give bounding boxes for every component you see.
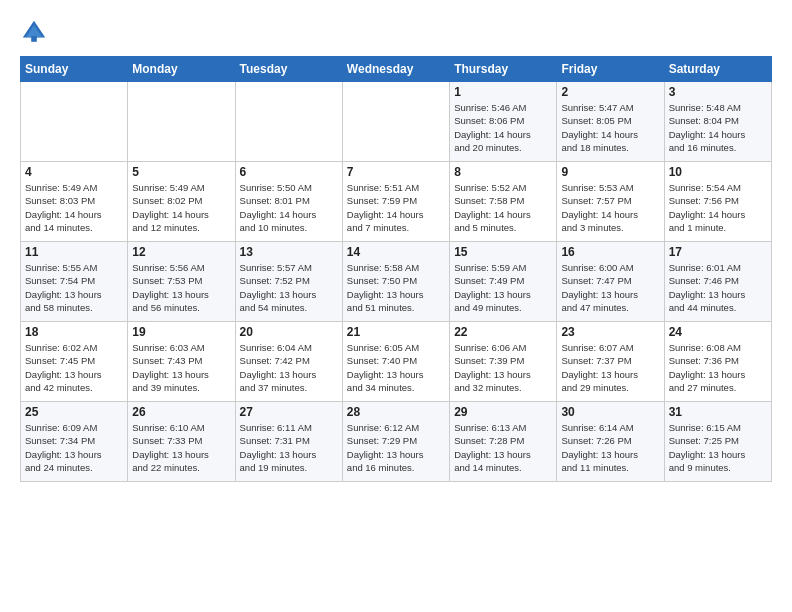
day-info: Sunrise: 5:50 AM Sunset: 8:01 PM Dayligh… (240, 181, 338, 234)
day-info: Sunrise: 5:55 AM Sunset: 7:54 PM Dayligh… (25, 261, 123, 314)
day-number: 19 (132, 325, 230, 339)
week-row-5: 25Sunrise: 6:09 AM Sunset: 7:34 PM Dayli… (21, 402, 772, 482)
day-number: 14 (347, 245, 445, 259)
weekday-header-monday: Monday (128, 57, 235, 82)
day-info: Sunrise: 6:11 AM Sunset: 7:31 PM Dayligh… (240, 421, 338, 474)
week-row-1: 1Sunrise: 5:46 AM Sunset: 8:06 PM Daylig… (21, 82, 772, 162)
calendar-cell: 21Sunrise: 6:05 AM Sunset: 7:40 PM Dayli… (342, 322, 449, 402)
week-row-2: 4Sunrise: 5:49 AM Sunset: 8:03 PM Daylig… (21, 162, 772, 242)
calendar-cell: 26Sunrise: 6:10 AM Sunset: 7:33 PM Dayli… (128, 402, 235, 482)
day-number: 17 (669, 245, 767, 259)
calendar-cell: 4Sunrise: 5:49 AM Sunset: 8:03 PM Daylig… (21, 162, 128, 242)
day-number: 23 (561, 325, 659, 339)
weekday-header-saturday: Saturday (664, 57, 771, 82)
calendar-cell (342, 82, 449, 162)
day-info: Sunrise: 6:12 AM Sunset: 7:29 PM Dayligh… (347, 421, 445, 474)
day-info: Sunrise: 5:58 AM Sunset: 7:50 PM Dayligh… (347, 261, 445, 314)
logo (20, 18, 50, 46)
day-info: Sunrise: 5:57 AM Sunset: 7:52 PM Dayligh… (240, 261, 338, 314)
day-number: 29 (454, 405, 552, 419)
day-info: Sunrise: 5:59 AM Sunset: 7:49 PM Dayligh… (454, 261, 552, 314)
day-info: Sunrise: 6:09 AM Sunset: 7:34 PM Dayligh… (25, 421, 123, 474)
day-number: 22 (454, 325, 552, 339)
header (20, 18, 772, 46)
day-number: 31 (669, 405, 767, 419)
calendar-cell: 30Sunrise: 6:14 AM Sunset: 7:26 PM Dayli… (557, 402, 664, 482)
day-number: 16 (561, 245, 659, 259)
day-number: 7 (347, 165, 445, 179)
day-number: 10 (669, 165, 767, 179)
day-info: Sunrise: 5:49 AM Sunset: 8:02 PM Dayligh… (132, 181, 230, 234)
day-number: 5 (132, 165, 230, 179)
day-number: 12 (132, 245, 230, 259)
day-info: Sunrise: 5:49 AM Sunset: 8:03 PM Dayligh… (25, 181, 123, 234)
calendar-cell: 18Sunrise: 6:02 AM Sunset: 7:45 PM Dayli… (21, 322, 128, 402)
calendar-cell: 3Sunrise: 5:48 AM Sunset: 8:04 PM Daylig… (664, 82, 771, 162)
weekday-header-sunday: Sunday (21, 57, 128, 82)
weekday-header-row: SundayMondayTuesdayWednesdayThursdayFrid… (21, 57, 772, 82)
day-number: 27 (240, 405, 338, 419)
day-info: Sunrise: 5:46 AM Sunset: 8:06 PM Dayligh… (454, 101, 552, 154)
calendar-cell: 20Sunrise: 6:04 AM Sunset: 7:42 PM Dayli… (235, 322, 342, 402)
calendar-cell: 8Sunrise: 5:52 AM Sunset: 7:58 PM Daylig… (450, 162, 557, 242)
day-info: Sunrise: 6:03 AM Sunset: 7:43 PM Dayligh… (132, 341, 230, 394)
day-info: Sunrise: 6:00 AM Sunset: 7:47 PM Dayligh… (561, 261, 659, 314)
calendar-cell: 19Sunrise: 6:03 AM Sunset: 7:43 PM Dayli… (128, 322, 235, 402)
day-number: 24 (669, 325, 767, 339)
day-number: 1 (454, 85, 552, 99)
day-info: Sunrise: 6:10 AM Sunset: 7:33 PM Dayligh… (132, 421, 230, 474)
calendar-cell: 11Sunrise: 5:55 AM Sunset: 7:54 PM Dayli… (21, 242, 128, 322)
day-number: 6 (240, 165, 338, 179)
logo-icon (20, 18, 48, 46)
day-info: Sunrise: 6:13 AM Sunset: 7:28 PM Dayligh… (454, 421, 552, 474)
calendar-cell: 31Sunrise: 6:15 AM Sunset: 7:25 PM Dayli… (664, 402, 771, 482)
day-info: Sunrise: 5:54 AM Sunset: 7:56 PM Dayligh… (669, 181, 767, 234)
day-number: 21 (347, 325, 445, 339)
day-number: 8 (454, 165, 552, 179)
day-number: 20 (240, 325, 338, 339)
day-number: 3 (669, 85, 767, 99)
day-info: Sunrise: 6:06 AM Sunset: 7:39 PM Dayligh… (454, 341, 552, 394)
calendar-cell: 15Sunrise: 5:59 AM Sunset: 7:49 PM Dayli… (450, 242, 557, 322)
day-info: Sunrise: 5:48 AM Sunset: 8:04 PM Dayligh… (669, 101, 767, 154)
day-info: Sunrise: 5:51 AM Sunset: 7:59 PM Dayligh… (347, 181, 445, 234)
day-number: 26 (132, 405, 230, 419)
calendar-table: SundayMondayTuesdayWednesdayThursdayFrid… (20, 56, 772, 482)
day-info: Sunrise: 6:14 AM Sunset: 7:26 PM Dayligh… (561, 421, 659, 474)
weekday-header-wednesday: Wednesday (342, 57, 449, 82)
calendar-cell: 5Sunrise: 5:49 AM Sunset: 8:02 PM Daylig… (128, 162, 235, 242)
day-info: Sunrise: 6:01 AM Sunset: 7:46 PM Dayligh… (669, 261, 767, 314)
calendar-cell: 16Sunrise: 6:00 AM Sunset: 7:47 PM Dayli… (557, 242, 664, 322)
calendar-cell: 28Sunrise: 6:12 AM Sunset: 7:29 PM Dayli… (342, 402, 449, 482)
day-number: 11 (25, 245, 123, 259)
calendar-cell: 27Sunrise: 6:11 AM Sunset: 7:31 PM Dayli… (235, 402, 342, 482)
day-info: Sunrise: 6:05 AM Sunset: 7:40 PM Dayligh… (347, 341, 445, 394)
calendar-cell: 23Sunrise: 6:07 AM Sunset: 7:37 PM Dayli… (557, 322, 664, 402)
calendar-cell: 12Sunrise: 5:56 AM Sunset: 7:53 PM Dayli… (128, 242, 235, 322)
day-number: 18 (25, 325, 123, 339)
calendar-cell: 13Sunrise: 5:57 AM Sunset: 7:52 PM Dayli… (235, 242, 342, 322)
calendar-cell: 10Sunrise: 5:54 AM Sunset: 7:56 PM Dayli… (664, 162, 771, 242)
day-info: Sunrise: 6:07 AM Sunset: 7:37 PM Dayligh… (561, 341, 659, 394)
day-number: 2 (561, 85, 659, 99)
calendar-cell: 14Sunrise: 5:58 AM Sunset: 7:50 PM Dayli… (342, 242, 449, 322)
calendar-cell: 24Sunrise: 6:08 AM Sunset: 7:36 PM Dayli… (664, 322, 771, 402)
day-number: 30 (561, 405, 659, 419)
day-number: 25 (25, 405, 123, 419)
day-number: 4 (25, 165, 123, 179)
calendar-cell: 22Sunrise: 6:06 AM Sunset: 7:39 PM Dayli… (450, 322, 557, 402)
day-number: 15 (454, 245, 552, 259)
calendar-cell: 9Sunrise: 5:53 AM Sunset: 7:57 PM Daylig… (557, 162, 664, 242)
day-info: Sunrise: 5:47 AM Sunset: 8:05 PM Dayligh… (561, 101, 659, 154)
day-number: 9 (561, 165, 659, 179)
weekday-header-thursday: Thursday (450, 57, 557, 82)
day-info: Sunrise: 5:52 AM Sunset: 7:58 PM Dayligh… (454, 181, 552, 234)
day-info: Sunrise: 5:53 AM Sunset: 7:57 PM Dayligh… (561, 181, 659, 234)
week-row-4: 18Sunrise: 6:02 AM Sunset: 7:45 PM Dayli… (21, 322, 772, 402)
weekday-header-tuesday: Tuesday (235, 57, 342, 82)
day-info: Sunrise: 6:08 AM Sunset: 7:36 PM Dayligh… (669, 341, 767, 394)
svg-rect-2 (31, 36, 37, 42)
calendar-cell (235, 82, 342, 162)
weekday-header-friday: Friday (557, 57, 664, 82)
calendar-cell: 29Sunrise: 6:13 AM Sunset: 7:28 PM Dayli… (450, 402, 557, 482)
